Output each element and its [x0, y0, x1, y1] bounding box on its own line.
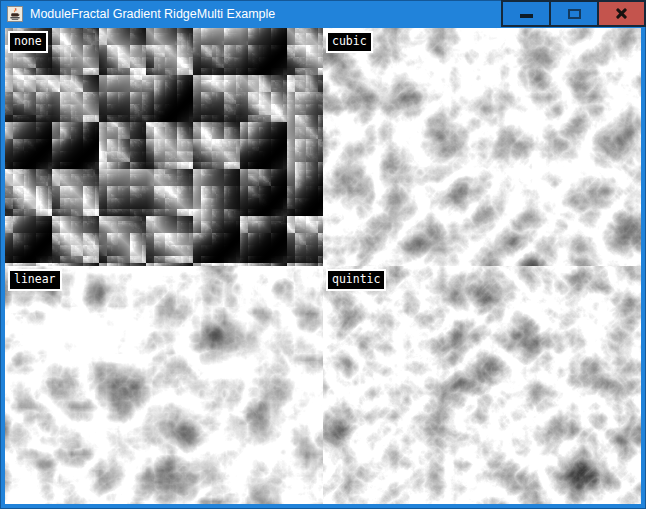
close-button[interactable]: [597, 0, 646, 27]
quadrant-none: none: [5, 28, 323, 266]
close-icon: [615, 7, 628, 20]
titlebar[interactable]: ModuleFractal Gradient RidgeMulti Exampl…: [0, 0, 646, 28]
quadrant-cubic: cubic: [323, 28, 641, 266]
noise-canvas-quintic: [323, 266, 641, 504]
app-window: ModuleFractal Gradient RidgeMulti Exampl…: [0, 0, 646, 509]
java-coffee-cup-icon: [7, 6, 23, 22]
minimize-button[interactable]: [501, 0, 551, 27]
noise-canvas-cubic: [323, 28, 641, 266]
maximize-icon: [568, 9, 581, 19]
interp-label-quintic: quintic: [326, 269, 386, 291]
interp-label-none: none: [8, 31, 48, 53]
noise-canvas-linear: [5, 266, 323, 504]
minimize-icon: [520, 14, 533, 18]
noise-canvas-none: [5, 28, 323, 266]
interp-label-cubic: cubic: [326, 31, 373, 53]
maximize-button[interactable]: [549, 0, 599, 27]
interp-label-linear: linear: [8, 269, 62, 291]
window-title: ModuleFractal Gradient RidgeMulti Exampl…: [30, 0, 275, 28]
window-controls: [501, 0, 646, 27]
quadrant-linear: linear: [5, 266, 323, 504]
quadrant-quintic: quintic: [323, 266, 641, 504]
render-area: none cubic linear quintic: [5, 28, 641, 504]
